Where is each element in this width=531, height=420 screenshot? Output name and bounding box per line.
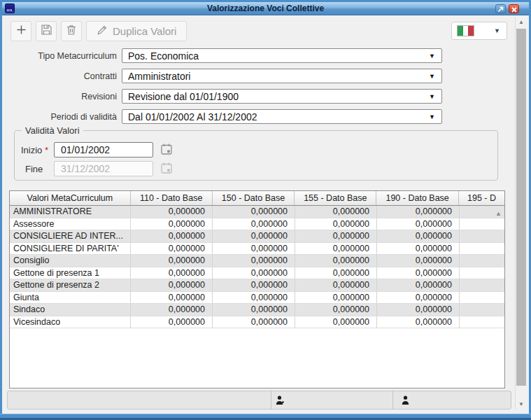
- chevron-down-icon: ▼: [429, 52, 441, 59]
- value-cell[interactable]: 0,000000: [295, 304, 376, 316]
- value-cell[interactable]: 0,000000: [295, 255, 376, 267]
- trash-icon: [66, 24, 77, 38]
- row-name-cell: Vicesindaco: [10, 316, 130, 328]
- close-window-button[interactable]: [509, 4, 519, 13]
- filter-dropdown[interactable]: Revisione dal 01/01/1900 ▼: [122, 89, 442, 104]
- value-cell[interactable]: 0,000000: [376, 316, 459, 328]
- row-name-cell: Giunta: [10, 292, 130, 304]
- filter-dropdown[interactable]: Dal 01/01/2002 Al 31/12/2002 ▼: [122, 109, 442, 124]
- value-cell[interactable]: 0,000000: [130, 206, 212, 218]
- table-row[interactable]: AMMINISTRATORE0,0000000,0000000,0000000,…: [10, 206, 504, 218]
- value-cell[interactable]: 0,000000: [212, 279, 295, 291]
- add-icon: [16, 24, 27, 38]
- calendar-icon-disabled: [160, 162, 173, 176]
- value-cell[interactable]: 0,000000: [376, 255, 459, 267]
- value-cell[interactable]: 0,000000: [212, 304, 295, 316]
- value-cell[interactable]: 0,000000: [376, 304, 459, 316]
- row-name-cell: Consiglio: [10, 255, 130, 267]
- scroll-up-button[interactable]: ▲: [516, 17, 527, 27]
- value-cell[interactable]: 0,000000: [295, 316, 376, 328]
- delete-button[interactable]: [61, 21, 82, 41]
- scroll-down-button[interactable]: ▼: [516, 399, 527, 410]
- pencil-icon: [97, 24, 108, 38]
- filter-dropdown[interactable]: Pos. Economica ▼: [122, 48, 442, 63]
- value-cell[interactable]: 0,000000: [130, 230, 212, 242]
- value-cell[interactable]: 0,000000: [295, 279, 376, 291]
- value-cell[interactable]: 0,000000: [130, 255, 212, 267]
- value-cell[interactable]: 0,000000: [376, 267, 459, 279]
- column-header: 155 - Dato Base: [294, 191, 376, 205]
- table-row[interactable]: Assessore0,0000000,0000000,0000000,00000…: [10, 218, 504, 231]
- start-date-calendar-button[interactable]: [160, 143, 174, 157]
- value-cell[interactable]: 0,000000: [212, 267, 295, 279]
- value-cell[interactable]: 0,000000: [212, 316, 295, 328]
- value-cell[interactable]: 0,000000: [295, 243, 376, 255]
- filter-label: Contratti: [0, 71, 122, 81]
- user-edit-icon: [402, 396, 409, 408]
- grid-body: AMMINISTRATORE0,0000000,0000000,0000000,…: [10, 206, 504, 328]
- app-window: Valorizzazione Voci Collettive: [0, 0, 531, 420]
- value-cell[interactable]: 0,000000: [376, 243, 459, 255]
- value-cell[interactable]: 0,000000: [130, 218, 212, 230]
- table-row[interactable]: CONSIGLIERE AD INTER...0,0000000,0000000…: [10, 230, 504, 243]
- value-cell[interactable]: 0,000000: [212, 218, 295, 230]
- value-cell[interactable]: 0,000000: [295, 206, 376, 218]
- values-grid: Valori MetaCurriculum110 - Dato Base150 …: [9, 190, 505, 388]
- filter-form: Tipo Metacurriculum Pos. Economica ▼ Con…: [0, 48, 442, 130]
- grid-header: Valori MetaCurriculum110 - Dato Base150 …: [10, 191, 504, 206]
- required-marker: *: [45, 145, 48, 155]
- filter-label: Periodi di validità: [0, 112, 122, 122]
- filter-dropdown[interactable]: Amministratori ▼: [122, 69, 442, 83]
- column-header: 110 - Dato Base: [130, 191, 212, 205]
- statusbar-divider: [271, 391, 271, 409]
- value-cell[interactable]: 0,000000: [212, 230, 295, 242]
- grid-scroll-up-icon[interactable]: ▲: [495, 210, 502, 217]
- value-cell[interactable]: 0,000000: [130, 267, 212, 279]
- value-cell[interactable]: 0,000000: [130, 304, 212, 316]
- value-cell[interactable]: 0,000000: [130, 243, 212, 255]
- value-cell[interactable]: 0,000000: [212, 206, 295, 218]
- value-cell-empty: [459, 304, 504, 316]
- add-button[interactable]: [10, 21, 31, 41]
- language-select[interactable]: ▼: [451, 22, 507, 40]
- filter-row: Contratti Amministratori ▼: [0, 69, 442, 83]
- start-date-input[interactable]: [54, 142, 153, 158]
- value-cell[interactable]: 0,000000: [376, 279, 459, 291]
- italian-flag-icon: [457, 25, 474, 36]
- value-cell[interactable]: 0,000000: [130, 292, 212, 304]
- value-cell[interactable]: 0,000000: [212, 255, 295, 267]
- row-name-cell: Gettone di presenza 2: [10, 279, 130, 291]
- value-cell[interactable]: 0,000000: [376, 206, 459, 218]
- value-cell[interactable]: 0,000000: [130, 279, 212, 291]
- save-button[interactable]: [36, 21, 57, 41]
- scrollbar-thumb[interactable]: [516, 29, 526, 386]
- value-cell-empty: [459, 230, 504, 242]
- duplicate-values-button[interactable]: Duplica Valori: [86, 21, 187, 41]
- table-row[interactable]: Gettone di presenza 10,0000000,0000000,0…: [10, 267, 504, 280]
- table-row[interactable]: Vicesindaco0,0000000,0000000,0000000,000…: [10, 316, 504, 329]
- value-cell[interactable]: 0,000000: [376, 218, 459, 230]
- value-cell[interactable]: 0,000000: [376, 292, 459, 304]
- row-name-cell: CONSIGLIERE DI PARITA': [10, 243, 130, 255]
- column-header: Valori MetaCurriculum: [10, 191, 130, 205]
- table-row[interactable]: Gettone di presenza 20,0000000,0000000,0…: [10, 279, 504, 292]
- value-cell[interactable]: 0,000000: [295, 292, 376, 304]
- chevron-down-icon: ▼: [429, 93, 441, 100]
- restore-window-button[interactable]: [495, 4, 506, 13]
- chevron-down-icon: ▼: [494, 27, 500, 34]
- table-row[interactable]: CONSIGLIERE DI PARITA'0,0000000,0000000,…: [10, 243, 504, 255]
- row-name-cell: CONSIGLIERE AD INTER...: [10, 230, 130, 242]
- value-cell[interactable]: 0,000000: [376, 230, 459, 242]
- main-scrollbar: ▲ ▼: [515, 17, 526, 410]
- filter-row: Tipo Metacurriculum Pos. Economica ▼: [0, 48, 442, 63]
- end-date-label: Fine: [15, 164, 54, 174]
- value-cell[interactable]: 0,000000: [212, 292, 295, 304]
- value-cell[interactable]: 0,000000: [212, 243, 295, 255]
- value-cell[interactable]: 0,000000: [295, 230, 376, 242]
- value-cell[interactable]: 0,000000: [295, 218, 376, 230]
- table-row[interactable]: Sindaco0,0000000,0000000,0000000,000000: [10, 304, 504, 316]
- table-row[interactable]: Giunta0,0000000,0000000,0000000,000000: [10, 292, 504, 304]
- value-cell[interactable]: 0,000000: [295, 267, 376, 279]
- table-row[interactable]: Consiglio0,0000000,0000000,0000000,00000…: [10, 255, 504, 267]
- value-cell[interactable]: 0,000000: [130, 316, 212, 328]
